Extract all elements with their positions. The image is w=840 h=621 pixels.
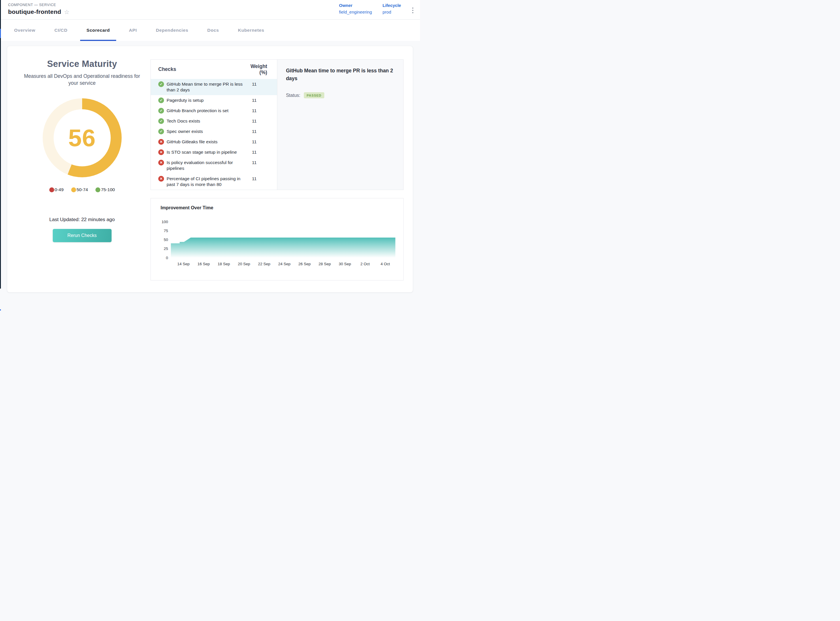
check-weight: 11 <box>243 176 269 182</box>
svg-text:25: 25 <box>164 247 168 251</box>
check-row[interactable]: ✓GitHub Branch protection is set11 <box>151 106 277 116</box>
check-label: Percentage of CI pipelines passing in pa… <box>166 176 243 188</box>
score-legend: 0-4950-7475-100 <box>49 187 115 192</box>
check-label: GitHub Gitleaks file exists <box>166 139 243 145</box>
scorecard-card: Service Maturity Measures all DevOps and… <box>7 46 413 292</box>
last-updated-text: Last Updated: 22 minutes ago <box>49 217 115 223</box>
check-pass-icon: ✓ <box>158 118 164 124</box>
score-value: 56 <box>43 98 122 177</box>
legend-item: 50-74 <box>71 187 88 192</box>
check-label: Is policy evaluation successful for pipe… <box>166 160 243 171</box>
scorecard-description: Measures all DevOps and Operational read… <box>19 73 145 86</box>
score-summary-panel: Service Maturity Measures all DevOps and… <box>7 46 150 292</box>
check-detail-panel: GitHub Mean time to merge PR is less tha… <box>277 60 403 190</box>
collapsed-sidebar-edge <box>0 0 1 289</box>
svg-text:30 Sep: 30 Sep <box>339 262 351 266</box>
svg-text:50: 50 <box>164 238 168 242</box>
score-donut-chart: 56 <box>43 98 122 177</box>
svg-text:14 Sep: 14 Sep <box>177 262 190 266</box>
svg-text:22 Sep: 22 Sep <box>258 262 270 266</box>
svg-text:26 Sep: 26 Sep <box>298 262 311 266</box>
status-label: Status: <box>286 93 300 98</box>
check-fail-icon: ✕ <box>158 139 164 145</box>
improvement-chart-svg: 100755025014 Sep16 Sep18 Sep20 Sep22 Sep… <box>151 198 403 280</box>
check-fail-icon: ✕ <box>158 149 164 155</box>
legend-label: 50-74 <box>77 187 88 192</box>
check-label: GitHub Mean time to merge PR is less tha… <box>166 81 243 93</box>
check-weight: 11 <box>243 97 269 103</box>
legend-dot-icon <box>49 188 54 192</box>
check-row[interactable]: ✕Is STO scan stage setup in pipeline11 <box>151 147 277 158</box>
legend-label: 75-100 <box>101 187 115 192</box>
check-fail-icon: ✕ <box>158 176 164 182</box>
svg-text:0: 0 <box>166 256 168 260</box>
svg-text:28 Sep: 28 Sep <box>319 262 331 266</box>
checks-column-header: Checks <box>158 66 176 73</box>
status-badge: PASSED <box>304 92 324 98</box>
scorecard-page: Service Maturity Measures all DevOps and… <box>0 41 420 292</box>
favorite-star-icon[interactable]: ☆ <box>64 9 70 15</box>
check-row[interactable]: ✓Spec owner exists11 <box>151 126 277 137</box>
entity-tab-bar: OverviewCI/CDScorecardAPIDependenciesDoc… <box>0 20 420 41</box>
checks-list: Checks Weight (%) ✓GitHub Mean time to m… <box>151 60 277 190</box>
check-weight: 11 <box>243 149 269 155</box>
check-pass-icon: ✓ <box>158 108 164 114</box>
tab-overview[interactable]: Overview <box>8 20 42 41</box>
svg-text:4 Oct: 4 Oct <box>380 262 390 266</box>
tab-scorecard[interactable]: Scorecard <box>80 20 116 41</box>
entity-header: COMPONENT — SERVICE boutique-frontend ☆ … <box>0 0 420 20</box>
check-row[interactable]: ✕GitHub Gitleaks file exists11 <box>151 137 277 147</box>
svg-text:18 Sep: 18 Sep <box>218 262 230 266</box>
sidebar-bottom-indicator <box>0 309 1 310</box>
check-weight: 11 <box>243 108 269 114</box>
svg-text:2 Oct: 2 Oct <box>360 262 370 266</box>
legend-dot-icon <box>71 188 76 192</box>
tab-kubernetes[interactable]: Kubernetes <box>232 20 270 41</box>
check-weight: 11 <box>243 118 269 124</box>
check-label: Pagerduty is setup <box>166 97 243 103</box>
legend-dot-icon <box>95 188 100 192</box>
checks-section: Checks Weight (%) ✓GitHub Mean time to m… <box>150 46 404 292</box>
scorecard-title: Service Maturity <box>47 59 117 69</box>
lifecycle-value[interactable]: prod <box>383 9 401 14</box>
check-row[interactable]: ✕Is policy evaluation successful for pip… <box>151 158 277 174</box>
check-label: GitHub Branch protection is set <box>166 108 243 114</box>
check-pass-icon: ✓ <box>158 97 164 103</box>
svg-text:100: 100 <box>162 220 168 224</box>
owner-label: Owner <box>339 3 372 8</box>
owner-link[interactable]: field_engineering <box>339 9 372 14</box>
check-fail-icon: ✕ <box>158 160 164 165</box>
svg-text:75: 75 <box>164 229 168 233</box>
check-label: Spec owner exists <box>166 129 243 134</box>
svg-text:16 Sep: 16 Sep <box>197 262 210 266</box>
checks-panel: Checks Weight (%) ✓GitHub Mean time to m… <box>150 59 404 190</box>
check-pass-icon: ✓ <box>158 129 164 134</box>
legend-item: 75-100 <box>95 187 115 192</box>
sidebar-active-indicator <box>0 29 1 38</box>
legend-item: 0-49 <box>49 187 64 192</box>
check-pass-icon: ✓ <box>158 81 164 87</box>
legend-label: 0-49 <box>55 187 64 192</box>
lifecycle-label: Lifecycle <box>383 3 401 8</box>
check-weight: 11 <box>243 139 269 145</box>
check-row[interactable]: ✕Percentage of CI pipelines passing in p… <box>151 174 277 190</box>
check-weight: 11 <box>243 129 269 134</box>
checks-list-header: Checks Weight (%) <box>151 60 277 79</box>
weight-column-header: Weight (%) <box>243 64 269 76</box>
check-weight: 11 <box>243 81 269 87</box>
check-label: Is STO scan stage setup in pipeline <box>166 149 243 155</box>
tab-ci-cd[interactable]: CI/CD <box>48 20 74 41</box>
check-label: Tech Docs exists <box>166 118 243 124</box>
check-detail-title: GitHub Mean time to merge PR is less tha… <box>286 67 395 82</box>
tab-dependencies[interactable]: Dependencies <box>150 20 195 41</box>
check-row[interactable]: ✓Tech Docs exists11 <box>151 116 277 126</box>
check-row[interactable]: ✓GitHub Mean time to merge PR is less th… <box>151 79 277 95</box>
page-title: boutique-frontend <box>8 8 61 15</box>
tab-docs[interactable]: Docs <box>201 20 225 41</box>
kebab-menu-icon[interactable] <box>410 6 415 14</box>
check-row[interactable]: ✓Pagerduty is setup11 <box>151 95 277 106</box>
tab-api[interactable]: API <box>123 20 143 41</box>
svg-text:20 Sep: 20 Sep <box>238 262 250 266</box>
improvement-chart-card: Improvement Over Time 100755025014 Sep16… <box>150 198 404 280</box>
rerun-checks-button[interactable]: Rerun Checks <box>53 229 112 242</box>
